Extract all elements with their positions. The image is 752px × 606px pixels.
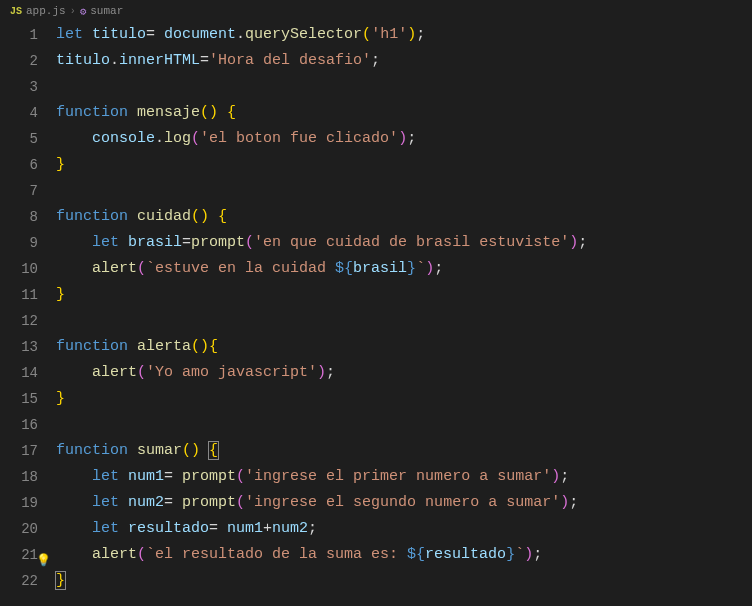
line-number: 6 — [0, 152, 38, 178]
line-number: 19 — [0, 490, 38, 516]
code-content[interactable]: let titulo= document.querySelector('h1')… — [56, 22, 752, 606]
line-number: 4 — [0, 100, 38, 126]
breadcrumb-symbol[interactable]: sumar — [90, 5, 123, 17]
line-number: 18 — [0, 464, 38, 490]
code-line[interactable] — [56, 412, 752, 438]
code-line[interactable]: } — [56, 386, 752, 412]
line-number: 9 — [0, 230, 38, 256]
code-line[interactable] — [56, 308, 752, 334]
code-line[interactable]: 💡 alert(`el resultado de la suma es: ${r… — [56, 542, 752, 568]
chevron-right-icon: › — [70, 6, 76, 17]
line-number: 13 — [0, 334, 38, 360]
code-line[interactable] — [56, 178, 752, 204]
code-line[interactable]: let brasil=prompt('en que cuidad de bras… — [56, 230, 752, 256]
line-number: 22 — [0, 568, 38, 594]
code-line[interactable]: let titulo= document.querySelector('h1')… — [56, 22, 752, 48]
code-line[interactable]: let num1= prompt('ingrese el primer nume… — [56, 464, 752, 490]
line-number: 12 — [0, 308, 38, 334]
code-line[interactable]: titulo.innerHTML='Hora del desafio'; — [56, 48, 752, 74]
code-line[interactable]: let num2= prompt('ingrese el segundo num… — [56, 490, 752, 516]
line-number: 5 — [0, 126, 38, 152]
js-file-icon: JS — [10, 6, 22, 17]
line-number: 1 — [0, 22, 38, 48]
breadcrumb-file[interactable]: app.js — [26, 5, 66, 17]
code-line[interactable]: alert('Yo amo javascript'); — [56, 360, 752, 386]
line-number: 7 — [0, 178, 38, 204]
code-line[interactable]: function sumar() { — [56, 438, 752, 464]
symbol-function-icon: ⚙ — [80, 5, 87, 18]
code-line[interactable] — [56, 74, 752, 100]
code-line[interactable]: } — [56, 282, 752, 308]
line-number: 15 — [0, 386, 38, 412]
breadcrumb[interactable]: JS app.js › ⚙ sumar — [0, 0, 752, 22]
line-number: 10 — [0, 256, 38, 282]
line-number: 14 — [0, 360, 38, 386]
line-number: 16 — [0, 412, 38, 438]
code-line[interactable]: alert(`estuve en la cuidad ${brasil}`); — [56, 256, 752, 282]
line-number: 2 — [0, 48, 38, 74]
code-line[interactable]: } — [56, 152, 752, 178]
code-line[interactable]: function alerta(){ — [56, 334, 752, 360]
code-line[interactable]: console.log('el boton fue clicado'); — [56, 126, 752, 152]
code-line[interactable]: function mensaje() { — [56, 100, 752, 126]
editor-area[interactable]: 1 2 3 4 5 6 7 8 9 10 11 12 13 14 15 16 1… — [0, 22, 752, 606]
lightbulb-icon[interactable]: 💡 — [36, 548, 51, 574]
line-number: 11 — [0, 282, 38, 308]
line-number: 20 — [0, 516, 38, 542]
line-number-gutter: 1 2 3 4 5 6 7 8 9 10 11 12 13 14 15 16 1… — [0, 22, 56, 606]
code-line[interactable]: } — [56, 568, 752, 594]
line-number: 8 — [0, 204, 38, 230]
line-number: 21 — [0, 542, 38, 568]
code-line[interactable]: function cuidad() { — [56, 204, 752, 230]
line-number: 17 — [0, 438, 38, 464]
code-line[interactable]: let resultado= num1+num2; — [56, 516, 752, 542]
line-number: 3 — [0, 74, 38, 100]
